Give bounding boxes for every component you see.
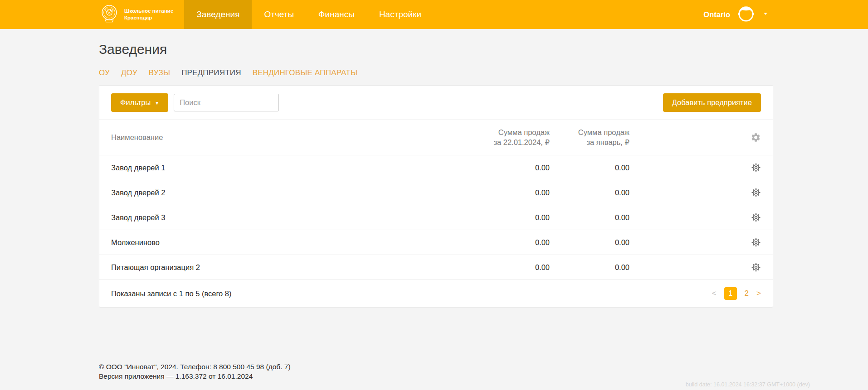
row-name: Завод дверей 1 — [111, 164, 468, 172]
table-row: Питающая организация 2 0.00 0.00 — [99, 255, 773, 279]
row-name: Молжениново — [111, 238, 468, 247]
pagination-page-1[interactable]: 1 — [724, 287, 737, 300]
tab-vuzy[interactable]: ВУЗЫ — [149, 68, 170, 77]
page-content: Заведения ОУ ДОУ ВУЗЫ ПРЕДПРИЯТИЯ ВЕНДИН… — [99, 42, 773, 308]
row-name: Завод дверей 3 — [111, 213, 468, 222]
table-row: Завод дверей 1 0.00 0.00 — [99, 155, 773, 180]
column-header-name: Наименование — [111, 133, 468, 142]
tab-predpriyatiya[interactable]: ПРЕДПРИЯТИЯ — [181, 68, 241, 77]
site-footer: © ООО "Инноват", 2024. Телефон: 8 800 50… — [99, 362, 868, 381]
tab-vending[interactable]: ВЕНДИНГОВЫЕ АППАРАТЫ — [253, 68, 357, 77]
row-settings-icon[interactable] — [751, 212, 761, 222]
pagination-next-button[interactable]: > — [756, 289, 761, 298]
table-settings-icon[interactable] — [751, 132, 761, 143]
row-sales-day: 0.00 — [468, 263, 550, 272]
nav-item-nastroyki[interactable]: Настройки — [367, 0, 434, 29]
user-menu[interactable]: Ontario — [703, 0, 769, 29]
row-sales-month: 0.00 — [550, 164, 629, 172]
logo-text: Школьное питание Краснодар — [124, 8, 173, 21]
nav-item-finansy[interactable]: Финансы — [306, 0, 367, 29]
row-sales-month: 0.00 — [550, 188, 629, 197]
row-name: Завод дверей 2 — [111, 188, 468, 197]
footer-copyright: © ООО "Инноват", 2024. Телефон: 8 800 50… — [99, 362, 868, 371]
page-title: Заведения — [99, 42, 773, 57]
records-summary: Показаны записи с 1 по 5 (всего 8) — [111, 289, 232, 298]
avatar-icon — [736, 4, 756, 25]
row-sales-day: 0.00 — [468, 213, 550, 222]
table-footer-row: Показаны записи с 1 по 5 (всего 8) < 1 2… — [99, 279, 773, 307]
add-enterprise-button[interactable]: Добавить предприятие — [663, 93, 761, 112]
row-settings-icon[interactable] — [751, 163, 761, 173]
filters-button[interactable]: Фильтры ▼ — [111, 93, 168, 112]
row-sales-day: 0.00 — [468, 164, 550, 172]
footer-version: Версия приложения — 1.163.372 от 16.01.2… — [99, 371, 868, 381]
pagination-prev-button[interactable]: < — [712, 289, 717, 298]
search-input[interactable] — [174, 94, 279, 111]
row-sales-day: 0.00 — [468, 188, 550, 197]
pagination: < 1 2 > — [712, 287, 761, 300]
row-sales-month: 0.00 — [550, 263, 629, 272]
nav-item-zavedeniya[interactable]: Заведения — [184, 0, 252, 29]
table-header-row: Наименование Сумма продаж за 22.01.2024,… — [99, 120, 773, 155]
row-name: Питающая организация 2 — [111, 263, 468, 272]
main-nav: Заведения Отчеты Финансы Настройки — [184, 0, 434, 29]
row-sales-month: 0.00 — [550, 213, 629, 222]
row-settings-icon[interactable] — [751, 188, 761, 197]
category-tabs: ОУ ДОУ ВУЗЫ ПРЕДПРИЯТИЯ ВЕНДИНГОВЫЕ АППА… — [99, 68, 773, 77]
user-name: Ontario — [703, 10, 730, 19]
chevron-down-icon — [762, 10, 769, 19]
top-bar: Школьное питание Краснодар Заведения Отч… — [0, 0, 868, 29]
row-sales-day: 0.00 — [468, 238, 550, 247]
row-settings-icon[interactable] — [751, 237, 761, 247]
column-header-sales-day: Сумма продаж за 22.01.2024, ₽ — [468, 128, 550, 147]
table-row: Молжениново 0.00 0.00 — [99, 230, 773, 255]
app-logo[interactable]: Школьное питание Краснодар — [99, 0, 173, 29]
nav-item-otchety[interactable]: Отчеты — [252, 0, 306, 29]
build-date: build date: 16.01.2024 16:32:37 GMT+1000… — [686, 381, 810, 388]
table-row: Завод дверей 3 0.00 0.00 — [99, 205, 773, 230]
filters-button-label: Фильтры — [120, 98, 151, 107]
tab-dou[interactable]: ДОУ — [121, 68, 137, 77]
logo-emblem-icon — [99, 3, 120, 26]
column-header-sales-month: Сумма продаж за январь, ₽ — [550, 128, 629, 147]
tab-ou[interactable]: ОУ — [99, 68, 110, 77]
row-sales-month: 0.00 — [550, 238, 629, 247]
row-settings-icon[interactable] — [751, 262, 761, 272]
caret-down-icon: ▼ — [155, 101, 159, 106]
table-row: Завод дверей 2 0.00 0.00 — [99, 180, 773, 205]
establishments-card: Фильтры ▼ Добавить предприятие Наименова… — [99, 85, 773, 308]
pagination-page-2[interactable]: 2 — [745, 289, 749, 298]
table-toolbar: Фильтры ▼ Добавить предприятие — [99, 86, 773, 120]
